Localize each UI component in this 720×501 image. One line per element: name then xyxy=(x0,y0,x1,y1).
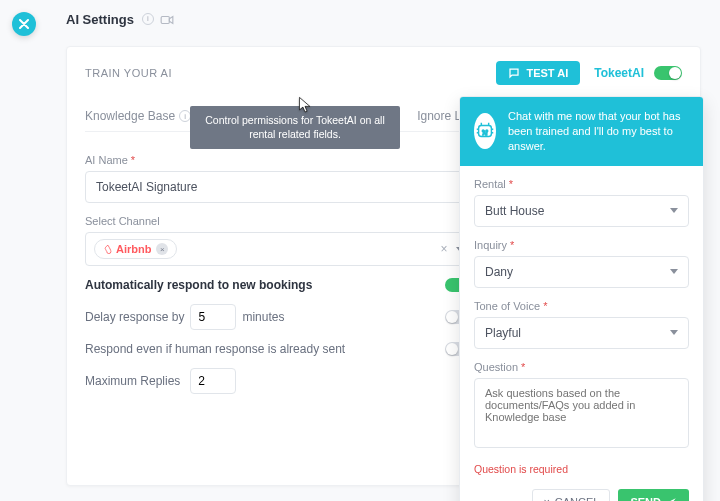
panel-error-text: Question is required xyxy=(474,463,689,475)
rental-details-tooltip: Control permissions for TokeetAI on all … xyxy=(190,106,400,149)
panel-inquiry-select[interactable]: Dany xyxy=(474,256,689,288)
chevron-down-icon xyxy=(670,208,678,213)
test-ai-label: TEST AI xyxy=(526,67,568,79)
select-channel-label: Select Channel xyxy=(85,215,473,227)
svg-rect-0 xyxy=(161,16,169,23)
chat-icon xyxy=(508,67,520,79)
channel-select[interactable]: Airbnb × × xyxy=(85,232,473,266)
tokeetai-label: TokeetAI xyxy=(594,66,644,80)
panel-rental-select[interactable]: Butt House xyxy=(474,195,689,227)
cursor-icon xyxy=(298,96,312,114)
tab-knowledge-base[interactable]: Knowledge Basei xyxy=(85,101,191,131)
max-replies-input[interactable] xyxy=(190,368,236,394)
panel-tone-select[interactable]: Playful xyxy=(474,317,689,349)
ai-avatar-icon: AI xyxy=(474,113,496,149)
panel-question-input[interactable] xyxy=(474,378,689,448)
send-icon xyxy=(667,497,677,501)
video-icon[interactable] xyxy=(160,13,174,27)
panel-rental-label: Rental * xyxy=(474,178,689,190)
info-icon[interactable]: i xyxy=(142,13,154,25)
chevron-down-icon xyxy=(670,330,678,335)
close-icon xyxy=(19,19,29,29)
ai-name-input[interactable] xyxy=(85,171,473,203)
ai-name-label: AI Name * xyxy=(85,154,473,166)
delay-input[interactable] xyxy=(190,304,236,330)
delay-prefix: Delay response by xyxy=(85,310,184,324)
remove-channel-icon[interactable]: × xyxy=(156,243,168,255)
tokeetai-toggle[interactable] xyxy=(654,66,682,80)
channel-chip-airbnb: Airbnb × xyxy=(94,239,177,259)
test-ai-button[interactable]: TEST AI xyxy=(496,61,580,85)
panel-question-label: Question * xyxy=(474,361,689,373)
test-ai-panel: AI Chat with me now that your bot has be… xyxy=(459,96,704,501)
page-title: AI Settings xyxy=(66,12,134,27)
panel-message: Chat with me now that your bot has been … xyxy=(508,109,689,154)
panel-cancel-button[interactable]: ×CANCEL xyxy=(532,489,610,501)
svg-text:AI: AI xyxy=(483,131,487,136)
train-your-ai-label: TRAIN YOUR AI xyxy=(85,67,172,79)
respond-anyway-label: Respond even if human response is alread… xyxy=(85,342,345,356)
delay-suffix: minutes xyxy=(242,310,284,324)
panel-tone-label: Tone of Voice * xyxy=(474,300,689,312)
max-replies-label: Maximum Replies xyxy=(85,374,180,388)
clear-select-icon[interactable]: × xyxy=(441,242,448,256)
airbnb-icon xyxy=(103,244,113,254)
close-button[interactable] xyxy=(12,12,36,36)
panel-inquiry-label: Inquiry * xyxy=(474,239,689,251)
chevron-down-icon xyxy=(670,269,678,274)
close-icon: × xyxy=(543,496,549,501)
auto-respond-label: Automatically respond to new bookings xyxy=(85,278,312,292)
panel-send-button[interactable]: SEND xyxy=(618,489,689,501)
